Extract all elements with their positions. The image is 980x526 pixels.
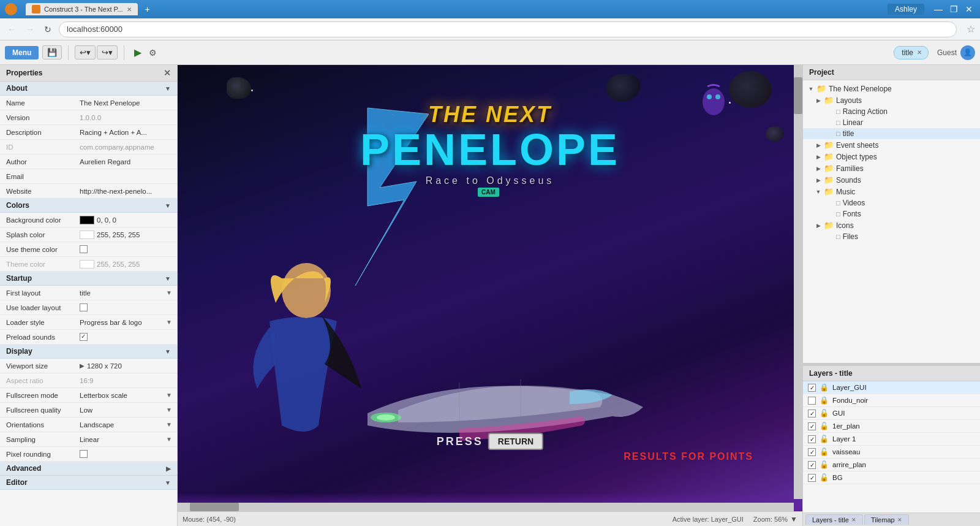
pixel-rounding-checkbox[interactable] xyxy=(80,450,88,458)
tilemap-tab-close[interactable]: ✕ xyxy=(897,517,902,523)
prop-description-value[interactable]: Racing + Action + A... xyxy=(80,129,172,136)
loader-style-dropdown-icon[interactable]: ▼ xyxy=(166,319,172,326)
layer-layer1-visible[interactable]: ✓ xyxy=(808,435,816,443)
splash-color-swatch[interactable] xyxy=(80,231,94,239)
layer-row-fondu[interactable]: 🔒 Fondu_noir xyxy=(803,394,980,407)
fullscreen-quality-dropdown[interactable]: ▼ xyxy=(166,406,172,413)
layer-bg-lock-icon[interactable]: 🔓 xyxy=(820,473,829,482)
layers-list[interactable]: ✓ 🔒 Layer_GUI 🔒 Fondu_noir ✓ 🔓 GUI xyxy=(803,381,980,513)
browser-tab[interactable]: Construct 3 - The Next P... ✕ xyxy=(26,3,138,15)
tree-event-sheets[interactable]: ▶ 📁 Event sheets xyxy=(803,139,980,151)
play-button[interactable]: ▶ xyxy=(130,45,145,59)
layer-vaisseau-visible[interactable]: ✓ xyxy=(808,448,816,456)
refresh-button[interactable]: ↻ xyxy=(42,23,54,36)
layers-title-tab[interactable]: Layers - title ✕ xyxy=(805,514,863,525)
bookmark-star[interactable]: ☆ xyxy=(967,23,975,35)
tree-object-types[interactable]: ▶ 📁 Object types xyxy=(803,151,980,162)
orientations-dropdown[interactable]: ▼ xyxy=(166,421,172,428)
maximize-button[interactable]: ❐ xyxy=(948,4,960,14)
viewport-expand-icon[interactable]: ▶ xyxy=(80,362,85,369)
layer-row-gui2[interactable]: ✓ 🔓 GUI xyxy=(803,407,980,420)
minimize-button[interactable]: — xyxy=(932,4,945,14)
prop-fullscreen-mode-value[interactable]: Letterbox scale xyxy=(80,392,164,399)
prop-orientations-value[interactable]: Landscape xyxy=(80,421,164,429)
tree-layout-linear[interactable]: □ Linear xyxy=(803,117,980,128)
layout-tab[interactable]: title ✕ xyxy=(894,46,929,59)
canvas-hscrollbar[interactable] xyxy=(178,503,794,511)
canvas-container[interactable]: THE NEXT PENELOPE Race to Odysseus CAM xyxy=(178,65,802,511)
tree-files[interactable]: □ Files xyxy=(803,231,980,242)
section-display[interactable]: Display ▼ xyxy=(0,345,177,359)
tree-music[interactable]: ▼ 📁 Music xyxy=(803,186,980,197)
tree-layout-title[interactable]: □ title xyxy=(803,128,980,139)
section-editor[interactable]: Editor ▼ xyxy=(0,476,177,490)
layer-arrire-lock-icon[interactable]: 🔓 xyxy=(820,460,829,469)
save-button[interactable]: 💾 xyxy=(42,45,62,59)
layer-layer1-lock-icon[interactable]: 🔓 xyxy=(820,435,829,443)
layer-row-arrire[interactable]: ✓ 🔓 arrire_plan xyxy=(803,459,980,471)
tree-videos[interactable]: □ Videos xyxy=(803,197,980,208)
layer-gui2-visible[interactable]: ✓ xyxy=(808,410,816,417)
layer-gui-visible[interactable]: ✓ xyxy=(808,384,816,392)
section-advanced[interactable]: Advanced ▶ xyxy=(0,462,177,476)
new-tab-button[interactable]: + xyxy=(140,2,155,16)
tilemap-tab[interactable]: Tilemap ✕ xyxy=(864,514,909,525)
first-layout-dropdown-icon[interactable]: ▼ xyxy=(166,289,172,296)
zoom-dropdown[interactable]: ▼ xyxy=(790,515,797,524)
layer-bg-visible[interactable]: ✓ xyxy=(808,474,816,482)
undo-button[interactable]: ↩▾ xyxy=(75,45,96,59)
use-loader-layout-checkbox[interactable] xyxy=(80,303,88,311)
layer-row-1er[interactable]: ✓ 🔓 1er_plan xyxy=(803,420,980,433)
theme-color-swatch[interactable] xyxy=(80,260,94,269)
url-bar[interactable]: localhost:60000 xyxy=(59,21,957,37)
prop-first-layout-value[interactable]: title xyxy=(80,289,164,297)
guest-avatar[interactable]: 👤 xyxy=(960,45,975,60)
menu-button[interactable]: Menu xyxy=(5,46,39,59)
layer-gui2-lock-icon[interactable]: 🔓 xyxy=(820,409,829,417)
prop-viewport-value[interactable]: 1280 x 720 xyxy=(87,362,172,370)
prop-loader-style-value[interactable]: Progress bar & logo xyxy=(80,319,164,326)
layer-vaisseau-lock-icon[interactable]: 🔓 xyxy=(820,448,829,456)
tab-close-button[interactable]: ✕ xyxy=(127,6,132,13)
layer-1er-visible[interactable]: ✓ xyxy=(808,422,816,430)
sampling-dropdown[interactable]: ▼ xyxy=(166,436,172,443)
tree-layout-racingaction[interactable]: □ Racing Action xyxy=(803,106,980,117)
tree-icons[interactable]: ▶ 📁 Icons xyxy=(803,219,980,231)
canvas-vscrollbar[interactable] xyxy=(794,65,802,499)
layer-arrire-visible[interactable]: ✓ xyxy=(808,461,816,469)
bg-color-swatch[interactable] xyxy=(80,216,94,224)
back-button[interactable]: ← xyxy=(5,23,18,36)
tree-sounds[interactable]: ▶ 📁 Sounds xyxy=(803,174,980,186)
use-theme-color-checkbox[interactable] xyxy=(80,245,88,253)
layer-row-gui[interactable]: ✓ 🔒 Layer_GUI xyxy=(803,381,980,394)
layer-1er-lock-icon[interactable]: 🔓 xyxy=(820,422,829,430)
tree-families[interactable]: ▶ 📁 Families xyxy=(803,162,980,174)
prop-version-value[interactable]: 1.0.0.0 xyxy=(80,114,172,121)
properties-close[interactable]: ✕ xyxy=(164,68,171,78)
section-about[interactable]: About ▼ xyxy=(0,82,177,96)
debug-button[interactable]: ⚙ xyxy=(149,48,157,58)
section-colors[interactable]: Colors ▼ xyxy=(0,199,177,213)
layout-tab-close[interactable]: ✕ xyxy=(917,49,922,56)
layer-row-vaisseau[interactable]: ✓ 🔓 vaisseau xyxy=(803,446,980,459)
prop-name-value[interactable]: The Next Penelope xyxy=(80,99,172,107)
layers-tab-close[interactable]: ✕ xyxy=(851,517,856,523)
project-tree[interactable]: ▼ 📁 The Next Penelope ▶ 📁 Layouts □ Raci… xyxy=(803,80,980,363)
properties-scroll[interactable]: About ▼ Name The Next Penelope Version 1… xyxy=(0,82,177,526)
prop-website-value[interactable]: http://the-next-penelo... xyxy=(80,188,172,195)
layer-fondu-lock-icon[interactable]: 🔒 xyxy=(820,396,829,405)
preload-sounds-checkbox[interactable] xyxy=(80,333,88,341)
tree-root[interactable]: ▼ 📁 The Next Penelope xyxy=(803,83,980,94)
layer-row-bg[interactable]: ✓ 🔓 BG xyxy=(803,471,980,484)
tree-layouts[interactable]: ▶ 📁 Layouts xyxy=(803,94,980,106)
tree-fonts[interactable]: □ Fonts xyxy=(803,208,980,219)
close-window-button[interactable]: ✕ xyxy=(963,4,975,14)
section-startup[interactable]: Startup ▼ xyxy=(0,272,177,286)
layer-gui-lock-icon[interactable]: 🔒 xyxy=(820,383,829,392)
fullscreen-mode-dropdown[interactable]: ▼ xyxy=(166,392,172,398)
prop-sampling-value[interactable]: Linear xyxy=(80,436,164,443)
redo-button[interactable]: ↪▾ xyxy=(97,45,118,59)
layer-fondu-visible[interactable] xyxy=(808,397,816,405)
prop-id-value[interactable]: com.company.appname xyxy=(80,143,172,151)
forward-button[interactable]: → xyxy=(23,23,37,36)
